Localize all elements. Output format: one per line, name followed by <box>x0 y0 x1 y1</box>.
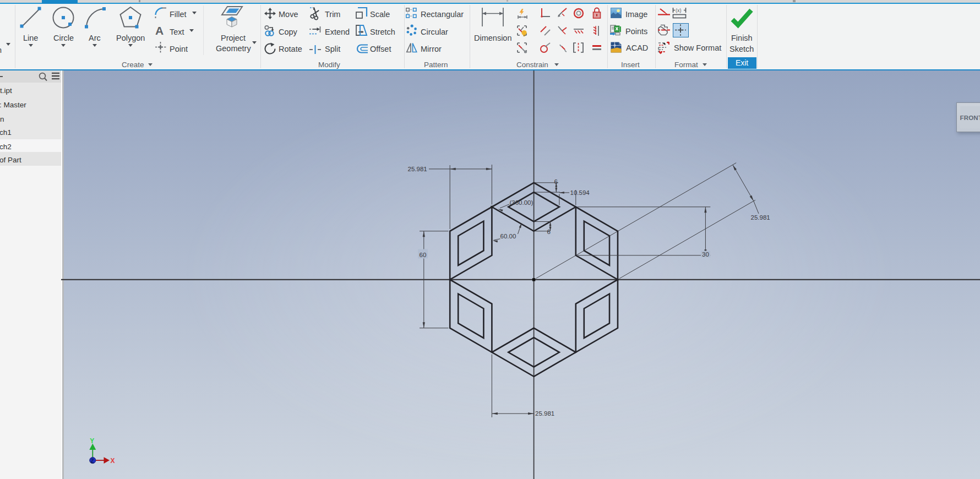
svg-text:30: 30 <box>702 251 709 258</box>
svg-text:6: 6 <box>547 228 551 235</box>
svg-text:60.00: 60.00 <box>500 233 516 240</box>
svg-text:(360.00): (360.00) <box>510 199 533 206</box>
svg-text:Z: Z <box>91 458 94 464</box>
svg-text:6: 6 <box>554 178 558 185</box>
svg-text:25.981: 25.981 <box>408 166 427 172</box>
svg-text:10.594: 10.594 <box>570 189 590 196</box>
svg-text:Y: Y <box>90 437 94 445</box>
svg-text:60: 60 <box>420 251 427 258</box>
svg-text:25.981: 25.981 <box>751 214 770 221</box>
svg-text:X: X <box>111 457 115 465</box>
svg-text:25.981: 25.981 <box>535 410 554 417</box>
svg-text:(x): (x) <box>676 8 682 13</box>
